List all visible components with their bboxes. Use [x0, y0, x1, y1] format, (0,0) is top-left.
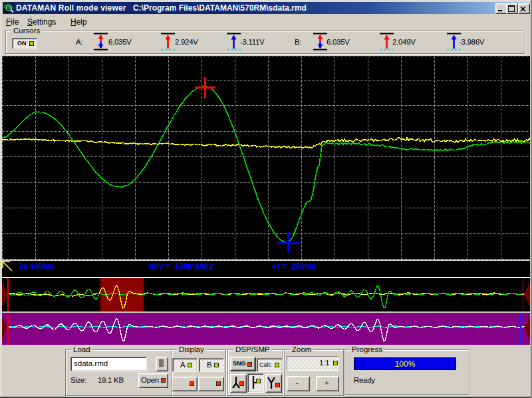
svg-text:RM: RM: [5, 10, 10, 13]
